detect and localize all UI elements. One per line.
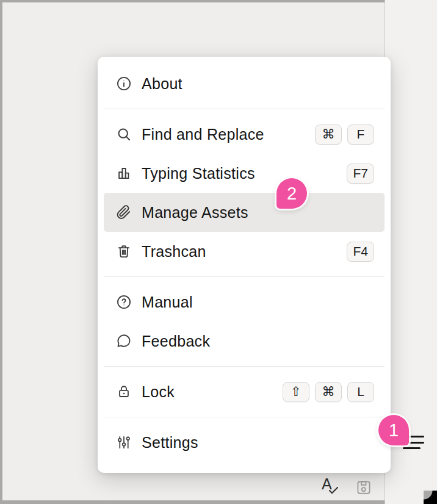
sliders-icon <box>116 434 132 450</box>
paperclip-icon <box>116 204 132 220</box>
menu-item-manual[interactable]: Manual <box>98 283 391 322</box>
window-corner <box>424 491 437 504</box>
menu-item-label: Lock <box>142 383 175 401</box>
keycap-f4: F4 <box>347 242 374 262</box>
menu-divider <box>104 276 385 277</box>
menu-item-label: Manage Assets <box>142 204 248 221</box>
hamburger-line <box>409 436 424 437</box>
menu-item-find-and-replace[interactable]: Find and Replace ⌘ F <box>98 115 391 154</box>
menu-divider <box>104 417 385 417</box>
menu-item-label: Manual <box>142 293 193 311</box>
menu-item-label: About <box>142 75 182 93</box>
hamburger-line <box>403 447 421 449</box>
step-badge-1-value: 1 <box>389 420 399 441</box>
menu-item-manage-assets[interactable]: Manage Assets <box>104 193 385 232</box>
spellcheck-icon[interactable]: A <box>322 477 340 497</box>
menu-item-feedback[interactable]: Feedback <box>98 322 391 361</box>
menu-item-label: Trashcan <box>142 243 206 261</box>
keycap-f: F <box>347 124 374 145</box>
menu-item-settings[interactable]: Settings <box>98 423 391 462</box>
trash-icon <box>116 243 132 259</box>
bar-chart-icon <box>116 165 132 181</box>
menu-item-typing-statistics[interactable]: Typing Statistics F7 <box>98 154 391 193</box>
keycap-f7: F7 <box>347 164 374 184</box>
keycap-cmd: ⌘ <box>315 124 342 145</box>
step-badge-1: 1 <box>378 415 409 445</box>
menu-divider <box>104 366 385 367</box>
menu-divider <box>104 109 385 109</box>
step-badge-2-value: 2 <box>287 184 297 204</box>
menu-item-about[interactable]: About <box>98 64 391 103</box>
menu-item-label: Find and Replace <box>142 126 264 143</box>
search-icon <box>116 126 132 142</box>
menu-item-lock[interactable]: Lock ⇧ ⌘ L <box>98 372 391 411</box>
info-icon <box>116 76 132 92</box>
step-badge-2: 2 <box>276 178 307 209</box>
save-icon[interactable] <box>355 479 372 499</box>
keycap-shift: ⇧ <box>283 382 309 402</box>
menu-item-label: Typing Statistics <box>142 165 255 182</box>
menu-item-label: Settings <box>142 434 198 452</box>
menu-item-label: Feedback <box>142 333 210 350</box>
menu-item-trashcan[interactable]: Trashcan F4 <box>98 232 391 271</box>
keycap-l: L <box>347 382 374 402</box>
keycap-cmd: ⌘ <box>315 382 342 402</box>
check-icon <box>329 487 339 495</box>
question-icon <box>116 294 132 310</box>
speech-bubble-icon <box>116 333 132 349</box>
lock-icon <box>116 384 132 400</box>
app-dropdown-menu: About Find and Replace ⌘ F Typing Statis… <box>98 57 391 473</box>
